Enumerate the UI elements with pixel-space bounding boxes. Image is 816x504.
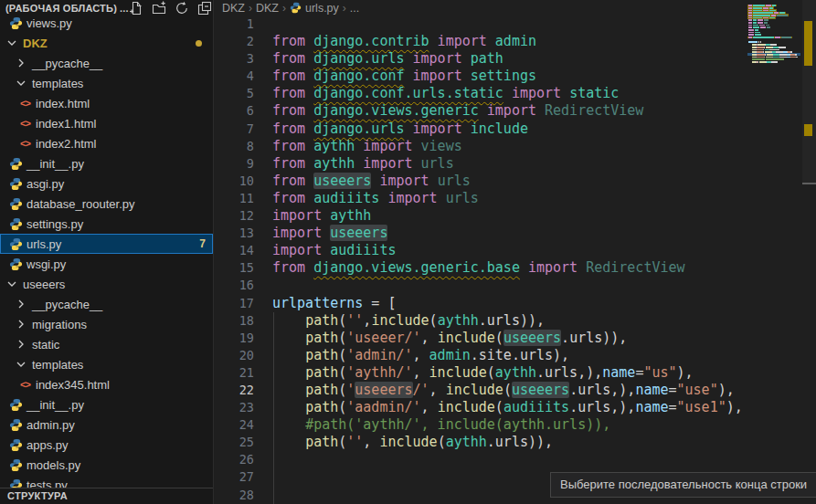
scrollbar[interactable]	[802, 0, 816, 504]
vscode-window: (РАБОЧАЯ ОБЛАСТЬ) ... views.pyDKZ__pycac…	[0, 0, 816, 504]
code-line[interactable]: 24 #path('aythh/', include(aythh.urls)),	[214, 416, 747, 434]
code-line[interactable]: 22 path('useeers/', include(useeers.urls…	[214, 382, 747, 399]
code-line[interactable]: 7from django.urls import include	[214, 121, 747, 138]
code-line[interactable]: 26	[214, 451, 747, 468]
indent-guide	[273, 468, 274, 486]
tree-item-pycache[interactable]: __pycache__	[0, 294, 213, 314]
code-text: urlpatterns = [	[272, 295, 396, 311]
tree-item-asgi-py[interactable]: asgi.py	[0, 173, 213, 194]
code-line[interactable]: 6from django.views.generic import Redire…	[214, 102, 747, 120]
python-file-icon	[9, 217, 23, 231]
tree-item-label: __init__.py	[26, 157, 84, 171]
tree-item-label: __pycache__	[32, 298, 102, 311]
refresh-icon[interactable]	[175, 1, 189, 16]
tree-item-label: __pycache__	[32, 57, 102, 70]
code-text: path('', include(aythh.urls)),	[272, 434, 553, 450]
tree-item-useeers[interactable]: useeers	[0, 274, 213, 294]
line-number: 22	[214, 382, 254, 399]
chevron-right-icon	[14, 297, 28, 311]
line-number: 15	[214, 259, 254, 277]
tree-item-label: index345.html	[36, 378, 110, 392]
code-text: from django.urls import path	[272, 50, 503, 67]
code-line[interactable]: 10from useeers import urls	[214, 173, 747, 190]
line-number: 19	[214, 330, 254, 347]
new-folder-icon[interactable]	[152, 1, 166, 16]
tree-item-templates[interactable]: templates	[0, 73, 213, 93]
breadcrumb-item-folder[interactable]: DKZ	[256, 2, 279, 15]
line-number: 10	[214, 173, 254, 190]
collapse-all-icon[interactable]	[197, 1, 212, 16]
minimap[interactable]	[747, 2, 800, 70]
tree-item-templates[interactable]: templates	[0, 354, 213, 374]
breadcrumb-item-symbol[interactable]: ...	[350, 2, 359, 15]
code-text: path('useeers/', include(useeers.urls,),…	[272, 382, 735, 398]
tree-item-urls-py[interactable]: urls.py7	[0, 234, 213, 254]
code-line[interactable]: 14import audiiits	[214, 242, 747, 259]
tree-item-init-py[interactable]: __init__.py	[0, 153, 213, 173]
breadcrumb-item-folder[interactable]: DKZ	[222, 2, 245, 15]
code-line[interactable]: 12import aythh	[214, 207, 747, 225]
tree-item-label: urls.py	[26, 237, 61, 251]
code-area[interactable]: 12from django.contrib import admin3from …	[214, 16, 747, 504]
code-line[interactable]: 8from aythh import views	[214, 138, 747, 155]
new-file-icon[interactable]	[129, 1, 143, 16]
code-line[interactable]: 21 path('aythh/', include(aythh.urls,),n…	[214, 364, 747, 382]
tree-item-pycache[interactable]: __pycache__	[0, 53, 213, 73]
tree-item-wsgi-py[interactable]: wsgi.py	[0, 254, 213, 274]
tree-item-dkz[interactable]: DKZ	[0, 33, 213, 53]
tree-item-label: settings.py	[26, 217, 83, 231]
code-line[interactable]: 19 path('useeer/', include(useeers.urls)…	[214, 330, 747, 347]
code-line[interactable]: 9from aythh import urls	[214, 155, 747, 173]
breadcrumb-item-file[interactable]: urls.py	[305, 2, 339, 15]
code-line[interactable]: 25 path('', include(aythh.urls)),	[214, 434, 747, 451]
explorer-section-header[interactable]: (РАБОЧАЯ ОБЛАСТЬ) ...	[0, 0, 213, 15]
code-line[interactable]: 3from django.urls import path	[214, 50, 747, 68]
python-file-icon	[9, 438, 23, 452]
workspace-section-title[interactable]: (РАБОЧАЯ ОБЛАСТЬ)	[5, 3, 117, 14]
tree-item-index-html[interactable]: <>index.html	[0, 93, 213, 113]
code-line[interactable]: 11from audiiits import urls	[214, 190, 747, 207]
tree-item-index2-html[interactable]: <>index2.html	[0, 133, 213, 153]
tree-item-label: models.py	[26, 458, 80, 472]
code-line[interactable]: 13import useeers	[214, 225, 747, 242]
tree-item-index1-html[interactable]: <>index1.html	[0, 113, 213, 133]
tree-item-settings-py[interactable]: settings.py	[0, 214, 213, 234]
code-text: #path('aythh/', include(aythh.urls)),	[272, 416, 610, 433]
code-line[interactable]: 5from django.conf.urls.static import sta…	[214, 85, 747, 102]
chevron-down-icon	[14, 76, 28, 90]
outline-section-header[interactable]: СТРУКТУРА	[0, 488, 213, 504]
code-line[interactable]: 1	[214, 16, 747, 33]
code-line[interactable]: 16	[214, 277, 747, 294]
code-line[interactable]: 17urlpatterns = [	[214, 295, 747, 312]
tree-item-label: index.html	[36, 97, 90, 110]
code-line[interactable]: 4from django.conf import settings	[214, 68, 747, 85]
warning-mark	[804, 124, 812, 136]
line-number: 14	[214, 242, 254, 259]
tree-item-migrations[interactable]: migrations	[0, 314, 213, 334]
tree-item-label: admin.py	[26, 418, 75, 432]
tree-item-database-roouter-py[interactable]: database_roouter.py	[0, 194, 213, 214]
tree-item-index345-html[interactable]: <>index345.html	[0, 374, 213, 394]
code-line[interactable]: 23 path('aadmin/', include(audiiits.urls…	[214, 399, 747, 416]
tree-item-init-py[interactable]: __init__.py	[0, 394, 213, 415]
explorer-sidebar: (РАБОЧАЯ ОБЛАСТЬ) ... views.pyDKZ__pycac…	[0, 0, 214, 504]
html-file-icon: <>	[18, 98, 32, 109]
code-text: from aythh import urls	[272, 155, 454, 172]
more-actions-button[interactable]: ...	[120, 3, 129, 14]
line-number: 9	[214, 155, 254, 173]
tree-item-static[interactable]: static	[0, 334, 213, 354]
code-line[interactable]: 18 path('',include(aythh.urls)),	[214, 312, 747, 330]
python-file-icon	[9, 418, 23, 432]
tree-item-admin-py[interactable]: admin.py	[0, 415, 213, 435]
tree-item-apps-py[interactable]: apps.py	[0, 435, 213, 455]
code-line[interactable]: 15from django.views.generic.base import …	[214, 259, 747, 277]
line-number: 18	[214, 312, 254, 330]
statusbar-tooltip: Выберите последовательность конца строки	[550, 472, 816, 498]
line-number: 26	[214, 451, 254, 468]
code-text: import audiiits	[272, 242, 396, 258]
code-line[interactable]: 20 path('admin/', admin.site.urls),	[214, 347, 747, 364]
tree-item-models-py[interactable]: models.py	[0, 455, 213, 475]
tree-item-views-py[interactable]: views.py	[0, 13, 213, 33]
line-number: 28	[214, 487, 254, 504]
code-line[interactable]: 2from django.contrib import admin	[214, 33, 747, 50]
